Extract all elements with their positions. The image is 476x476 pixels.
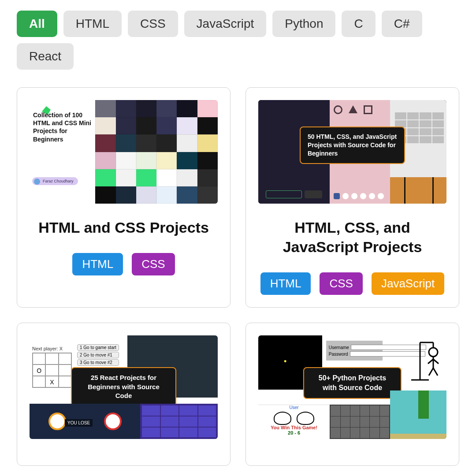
thumb-caption-overlay: 50 HTML, CSS, and JavaScript Projects wi… xyxy=(300,126,405,164)
tictactoe: Next player: X O X xyxy=(32,346,72,388)
calculator xyxy=(140,404,218,439)
card-thumbnail: 50 HTML, CSS, and JavaScript Projects wi… xyxy=(258,100,446,204)
svg-line-7 xyxy=(433,359,439,364)
card-thumbnail: Next player: X O X 1 Go to game start 2 … xyxy=(30,335,218,439)
tag-css[interactable]: CSS xyxy=(320,272,362,295)
hand-icon xyxy=(48,413,66,430)
filter-react[interactable]: React xyxy=(17,43,74,70)
circle-icon xyxy=(334,105,342,114)
svg-line-9 xyxy=(433,368,438,376)
square-icon xyxy=(364,105,372,114)
thumb-tile-grid xyxy=(95,100,218,204)
hangman-icon xyxy=(407,338,442,382)
card-tags: HTML CSS JavaScript xyxy=(260,272,445,295)
card-thumbnail: Username Password 50+ Python Projects wi… xyxy=(258,335,446,439)
card-html-css-js-projects[interactable]: 50 HTML, CSS, and JavaScript Projects wi… xyxy=(245,87,459,308)
filter-csharp[interactable]: C# xyxy=(382,11,422,37)
card-title: HTML, CSS, and JavaScript Projects xyxy=(258,218,446,257)
social-icons xyxy=(334,193,384,199)
card-thumbnail: Collection of 100 HTML and CSS Mini Proj… xyxy=(30,100,218,204)
thumb-author-badge: Faraz Choudhary xyxy=(32,177,78,185)
filter-bar: All HTML CSS JavaScript Python C C# Reac… xyxy=(17,11,459,70)
card-react-projects[interactable]: Next player: X O X 1 Go to game start 2 … xyxy=(17,323,231,466)
tictactoe-label: Next player: X xyxy=(32,346,72,351)
rock-paper-scissors: User You Win This Game! 20 - 6 xyxy=(258,405,330,439)
login-buttons xyxy=(266,190,322,198)
tag-javascript[interactable]: JavaScript xyxy=(372,272,444,295)
tag-html[interactable]: HTML xyxy=(260,272,311,295)
tictactoe-moves: 1 Go to game start 2 Go to move #1 3 Go … xyxy=(77,343,119,367)
thumb-caption-overlay: 25 React Projects for Beginners with Sou… xyxy=(71,367,176,406)
tag-html[interactable]: HTML xyxy=(72,253,123,275)
svg-line-8 xyxy=(429,368,433,376)
filter-c[interactable]: C xyxy=(342,11,375,37)
login-form: Username Password xyxy=(326,341,383,361)
filter-javascript[interactable]: JavaScript xyxy=(184,11,267,37)
lose-label: YOU LOSE xyxy=(65,419,93,427)
card-html-css-projects[interactable]: Collection of 100 HTML and CSS Mini Proj… xyxy=(17,87,231,308)
tag-css[interactable]: CSS xyxy=(132,253,175,275)
filter-css[interactable]: CSS xyxy=(128,11,178,37)
filter-html[interactable]: HTML xyxy=(63,11,122,37)
shapes-icon xyxy=(334,105,372,114)
flappy-bird xyxy=(390,390,446,439)
cards-grid: Collection of 100 HTML and CSS Mini Proj… xyxy=(17,87,459,466)
scientific-calculator xyxy=(330,405,390,439)
svg-line-6 xyxy=(428,359,433,364)
thumb-caption-overlay: 50+ Python Projects with Source Code xyxy=(303,367,401,398)
tiger-images xyxy=(390,177,446,204)
card-tags: HTML CSS xyxy=(72,253,175,275)
hand-icon xyxy=(274,412,291,425)
hand-icon xyxy=(104,413,122,430)
filter-python[interactable]: Python xyxy=(272,11,335,37)
card-python-projects[interactable]: Username Password 50+ Python Projects wi… xyxy=(245,323,459,466)
rock-paper-scissors: YOU LOSE xyxy=(30,404,140,439)
thumb-caption: Collection of 100 HTML and CSS Mini Proj… xyxy=(33,111,97,143)
filter-all[interactable]: All xyxy=(17,11,57,37)
triangle-icon xyxy=(349,105,357,113)
hand-icon xyxy=(297,412,314,425)
svg-point-4 xyxy=(429,348,438,357)
card-title: HTML and CSS Projects xyxy=(38,218,209,237)
